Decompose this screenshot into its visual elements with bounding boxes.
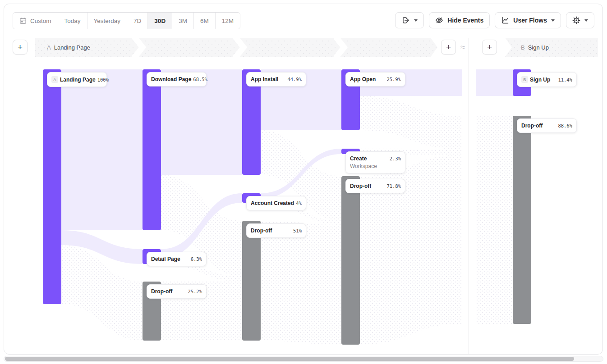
export-icon	[401, 16, 410, 24]
step-b-name: Sign Up	[528, 44, 549, 51]
date-range-30d[interactable]: 30D	[147, 13, 172, 29]
node-value: 2.3%	[390, 156, 401, 161]
node-label-account[interactable]: Account Created4%	[246, 196, 306, 210]
node-value: 100%	[97, 77, 109, 82]
flow-drop2-to-drop3	[261, 221, 341, 345]
toolbar-right: Hide Events User Flows	[395, 12, 594, 28]
chevron-down-icon	[551, 19, 555, 22]
node-name: Download Page	[151, 76, 191, 82]
date-range-12m[interactable]: 12M	[215, 13, 240, 29]
node-label-download[interactable]: Download Page68.5%	[147, 72, 207, 86]
hide-events-button[interactable]: Hide Events	[429, 12, 490, 28]
eye-off-icon	[435, 17, 443, 24]
node-name: App Install	[251, 76, 285, 82]
node-label-signup[interactable]: BSign Up11.4%	[517, 72, 577, 87]
node-value: 6.3%	[191, 256, 202, 262]
funnel-step-separator	[233, 38, 248, 57]
date-range-today[interactable]: Today	[58, 13, 87, 29]
chevron-down-icon	[584, 19, 588, 22]
step-badge: A	[51, 76, 58, 83]
flow-panel-b-in-to-signup	[476, 69, 513, 96]
add-step-button-left[interactable]: +	[13, 40, 28, 55]
node-value: 25.9%	[386, 77, 401, 82]
settings-button[interactable]	[566, 12, 594, 28]
date-range-control: Custom Today Yesterday 7D 30D 3M 6M 12M	[13, 12, 240, 29]
date-range-yesterday[interactable]: Yesterday	[87, 13, 127, 29]
date-range-6m[interactable]: 6M	[193, 13, 215, 29]
gear-icon	[572, 16, 580, 24]
node-value: 88.6%	[558, 123, 572, 128]
node-name-line2: Workspace	[350, 163, 401, 169]
flow-landing-to-download	[61, 69, 143, 230]
export-button[interactable]	[395, 12, 424, 28]
node-name: Create	[350, 155, 388, 162]
node-value: 25.2%	[188, 289, 202, 294]
node-value: 4%	[296, 200, 302, 206]
node-bar-drop4[interactable]	[513, 116, 531, 324]
add-step-button-right[interactable]: +	[482, 40, 497, 55]
node-name: Drop-off	[151, 288, 186, 295]
node-name: Drop-off	[251, 228, 291, 234]
user-flows-button[interactable]: User Flows	[495, 12, 561, 28]
flow-open-to-drop4	[360, 96, 462, 150]
horizontal-scrollbar-thumb[interactable]	[5, 357, 574, 361]
node-name: Detail Page	[151, 256, 189, 262]
node-value: 71.8%	[386, 183, 401, 189]
step-b-letter: B	[521, 44, 525, 51]
node-value: 68.5%	[193, 77, 207, 82]
node-label-workspace[interactable]: Create2.3%Workspace	[345, 151, 405, 173]
flow-panel-b-in-to-drop4	[476, 116, 513, 324]
date-range-7d[interactable]: 7D	[127, 13, 147, 29]
funnel-step-separator	[132, 38, 147, 57]
node-label-landing[interactable]: ALanding Page100%	[47, 72, 107, 87]
step-a-name: Landing Page	[54, 44, 90, 51]
calendar-icon	[19, 17, 27, 24]
date-range-custom[interactable]: Custom	[13, 13, 58, 29]
chevron-down-icon	[414, 19, 418, 22]
step-a-letter: A	[47, 44, 51, 51]
date-range-3m[interactable]: 3M	[172, 13, 193, 29]
flow-chart-icon	[501, 16, 509, 24]
node-value: 44.9%	[287, 77, 302, 82]
node-name: Sign Up	[530, 77, 556, 83]
user-flows-label: User Flows	[513, 17, 547, 24]
funnel-step-separator	[334, 38, 348, 57]
node-name: Account Created	[251, 200, 294, 206]
date-range-label: Custom	[30, 18, 51, 24]
node-label-drop4[interactable]: Drop-off88.6%	[517, 118, 577, 133]
node-name: Landing Page	[60, 77, 96, 83]
approx-symbol: ≈	[456, 38, 469, 57]
step-badge: B	[521, 76, 528, 83]
node-bar-drop3[interactable]	[341, 176, 360, 345]
funnel-step-banner-a[interactable]: A Landing Page	[35, 38, 437, 57]
hide-events-label: Hide Events	[447, 17, 483, 24]
node-bar-landing[interactable]	[43, 69, 61, 304]
node-bar-drop2[interactable]	[242, 221, 261, 341]
funnel-step-banner-b[interactable]: B Sign Up	[505, 38, 598, 57]
node-label-drop1[interactable]: Drop-off25.2%	[147, 284, 207, 299]
node-name: Drop-off	[350, 183, 385, 189]
node-name: Drop-off	[521, 123, 556, 129]
node-label-detail[interactable]: Detail Page6.3%	[147, 252, 207, 266]
node-bar-download[interactable]	[143, 69, 161, 230]
node-value: 11.4%	[558, 77, 572, 82]
node-name: App Open	[350, 76, 385, 82]
node-label-drop2[interactable]: Drop-off51%	[246, 223, 306, 238]
node-label-drop3[interactable]: Drop-off71.8%	[345, 179, 405, 193]
node-value: 51%	[293, 228, 302, 233]
node-label-open[interactable]: App Open25.9%	[345, 72, 405, 86]
horizontal-scrollbar-track[interactable]	[4, 356, 603, 362]
node-label-install[interactable]: App Install44.9%	[246, 72, 306, 86]
panel-divider	[469, 38, 469, 354]
add-step-button-middle[interactable]: +	[441, 40, 456, 55]
